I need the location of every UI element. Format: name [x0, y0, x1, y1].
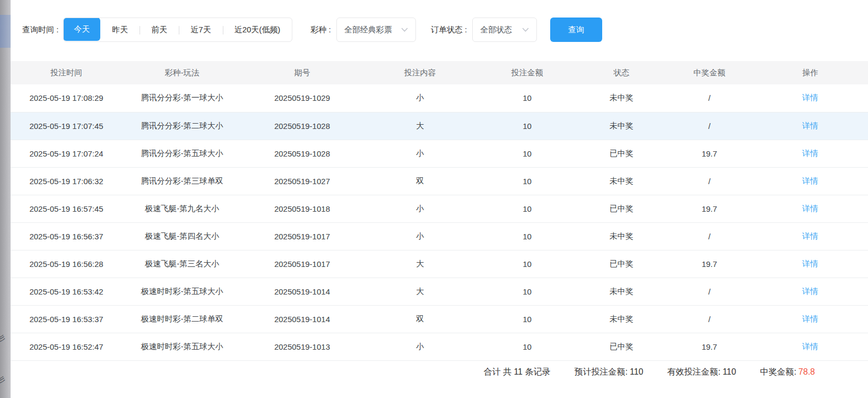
bet-amount-cell: 10 — [478, 278, 577, 305]
bet-content-cell: 双 — [362, 167, 478, 195]
game-play-cell: 腾讯分分彩-第二球大小 — [122, 112, 242, 140]
table-row[interactable]: 2025-05-19 16:52:47 极速时时彩-第五球大小 20250519… — [11, 333, 868, 360]
column-header-prize: 中奖金额 — [666, 61, 752, 84]
action-cell: 详情 — [752, 195, 868, 222]
detail-link[interactable]: 详情 — [802, 121, 818, 130]
table-row[interactable]: 2025-05-19 17:08:29 腾讯分分彩-第一球大小 20250519… — [11, 84, 868, 112]
status-badge: 未中奖 — [577, 222, 667, 250]
table-row[interactable]: 2025-05-19 17:06:32 腾讯分分彩-第三球单双 20250519… — [11, 167, 868, 195]
column-header-status: 状态 — [577, 61, 667, 84]
bet-time-cell: 2025-05-19 16:52:47 — [11, 333, 122, 360]
lottery-type-value: 全部经典彩票 — [344, 25, 392, 35]
action-cell: 详情 — [752, 278, 868, 305]
game-play-cell: 极速飞艇-第九名大小 — [122, 195, 242, 222]
detail-link[interactable]: 详情 — [802, 204, 818, 213]
status-badge: 已中奖 — [577, 195, 667, 222]
game-play-cell: 极速时时彩-第五球大小 — [122, 333, 242, 360]
prize-amount-cell: / — [666, 84, 752, 112]
status-badge: 未中奖 — [577, 112, 667, 140]
period-cell: 20250519-1013 — [242, 333, 362, 360]
order-history-page: 查询时间 : 今天昨天前天近7天近20天(低频) 彩种 : 全部经典彩票 订单状… — [11, 0, 868, 398]
detail-link[interactable]: 详情 — [802, 93, 818, 102]
game-play-cell: 腾讯分分彩-第三球单双 — [122, 167, 242, 195]
bet-amount-cell: 10 — [478, 84, 577, 112]
action-cell: 详情 — [752, 167, 868, 195]
action-cell: 详情 — [752, 333, 868, 360]
detail-link[interactable]: 详情 — [802, 176, 818, 185]
time-filter-group: 今天昨天前天近7天近20天(低频) — [63, 18, 292, 42]
detail-link[interactable]: 详情 — [802, 231, 818, 240]
column-header-game-play: 彩种-玩法 — [122, 61, 242, 84]
period-cell: 20250519-1017 — [242, 222, 362, 250]
prize-amount-cell: 19.7 — [666, 333, 752, 360]
order-status-select[interactable]: 全部状态 — [472, 18, 537, 42]
period-cell: 20250519-1029 — [242, 84, 362, 112]
expected-bet-summary: 预计投注金额:110 — [574, 367, 643, 378]
prize-amount-cell: / — [666, 305, 752, 333]
table-row[interactable]: 2025-05-19 16:53:42 极速时时彩-第五球大小 20250519… — [11, 278, 868, 305]
status-badge: 未中奖 — [577, 278, 667, 305]
game-play-cell: 极速飞艇-第四名大小 — [122, 222, 242, 250]
time-option-3[interactable]: 近7天 — [179, 18, 222, 41]
prize-amount-cell: 19.7 — [666, 250, 752, 278]
status-badge: 未中奖 — [577, 167, 667, 195]
prize-amount-cell: 19.7 — [666, 140, 752, 167]
table-row[interactable]: 2025-05-19 16:56:37 极速飞艇-第四名大小 20250519-… — [11, 222, 868, 250]
column-header-action: 操作 — [752, 61, 868, 84]
column-header-bet-amount: 投注金额 — [478, 61, 577, 84]
order-table: 投注时间 彩种-玩法 期号 投注内容 投注金额 状态 中奖金额 操作 2025-… — [11, 61, 868, 361]
detail-link[interactable]: 详情 — [802, 342, 818, 351]
chevron-down-icon — [522, 28, 529, 32]
time-option-1[interactable]: 昨天 — [100, 18, 140, 41]
bet-content-cell: 小 — [362, 84, 478, 112]
record-count-summary: 合计 共 11 条记录 — [484, 367, 551, 378]
time-option-2[interactable]: 前天 — [140, 18, 179, 41]
period-cell: 20250519-1028 — [242, 140, 362, 167]
prize-summary-label: 中奖金额: — [760, 367, 796, 376]
lottery-type-select[interactable]: 全部经典彩票 — [336, 18, 416, 42]
valid-bet-value: 110 — [723, 367, 736, 376]
bet-time-cell: 2025-05-19 17:07:24 — [11, 140, 122, 167]
lottery-type-label: 彩种 : — [310, 25, 331, 35]
detail-link[interactable]: 详情 — [802, 287, 818, 296]
order-status-label: 订单状态 : — [431, 25, 467, 35]
table-row[interactable]: 2025-05-19 16:56:28 极速飞艇-第三名大小 20250519-… — [11, 250, 868, 278]
expected-bet-value: 110 — [630, 367, 644, 376]
prize-amount-cell: / — [666, 222, 752, 250]
table-row[interactable]: 2025-05-19 17:07:24 腾讯分分彩-第五球大小 20250519… — [11, 140, 868, 167]
order-table-body: 2025-05-19 17:08:29 腾讯分分彩-第一球大小 20250519… — [11, 84, 868, 360]
search-button[interactable]: 查询 — [550, 18, 602, 42]
time-option-0[interactable]: 今天 — [63, 18, 100, 41]
game-play-cell: 极速飞艇-第三名大小 — [122, 250, 242, 278]
expected-bet-label: 预计投注金额: — [574, 367, 627, 376]
time-option-4[interactable]: 近20天(低频) — [223, 18, 292, 41]
clipped-sidebar: 彡 彡 — [0, 0, 11, 398]
summary-bar: 合计 共 11 条记录 预计投注金额:110 有效投注金额:110 中奖金额:7… — [11, 361, 868, 384]
column-header-bet-content: 投注内容 — [362, 61, 478, 84]
sidebar-active-item-fragment — [0, 15, 11, 48]
status-badge: 已中奖 — [577, 333, 667, 360]
bet-time-cell: 2025-05-19 16:57:45 — [11, 195, 122, 222]
period-cell: 20250519-1014 — [242, 278, 362, 305]
bet-time-cell: 2025-05-19 16:53:42 — [11, 278, 122, 305]
period-cell: 20250519-1017 — [242, 250, 362, 278]
table-row[interactable]: 2025-05-19 16:57:45 极速飞艇-第九名大小 20250519-… — [11, 195, 868, 222]
game-play-cell: 腾讯分分彩-第五球大小 — [122, 140, 242, 167]
detail-link[interactable]: 详情 — [802, 259, 818, 268]
action-cell: 详情 — [752, 250, 868, 278]
action-cell: 详情 — [752, 140, 868, 167]
detail-link[interactable]: 详情 — [802, 314, 818, 323]
table-row[interactable]: 2025-05-19 17:07:45 腾讯分分彩-第二球大小 20250519… — [11, 112, 868, 140]
bet-content-cell: 小 — [362, 140, 478, 167]
prize-amount-cell: 19.7 — [666, 195, 752, 222]
time-filter-label: 查询时间 : — [22, 25, 58, 35]
bet-time-cell: 2025-05-19 17:08:29 — [11, 84, 122, 112]
filter-bar: 查询时间 : 今天昨天前天近7天近20天(低频) 彩种 : 全部经典彩票 订单状… — [11, 18, 868, 42]
table-row[interactable]: 2025-05-19 16:53:37 极速时时彩-第二球单双 20250519… — [11, 305, 868, 333]
prize-amount-cell: / — [666, 112, 752, 140]
detail-link[interactable]: 详情 — [802, 149, 818, 158]
bet-content-cell: 小 — [362, 333, 478, 360]
sidebar-clipped-text: 彡 — [0, 376, 5, 384]
status-badge: 已中奖 — [577, 250, 667, 278]
bet-time-cell: 2025-05-19 17:07:45 — [11, 112, 122, 140]
